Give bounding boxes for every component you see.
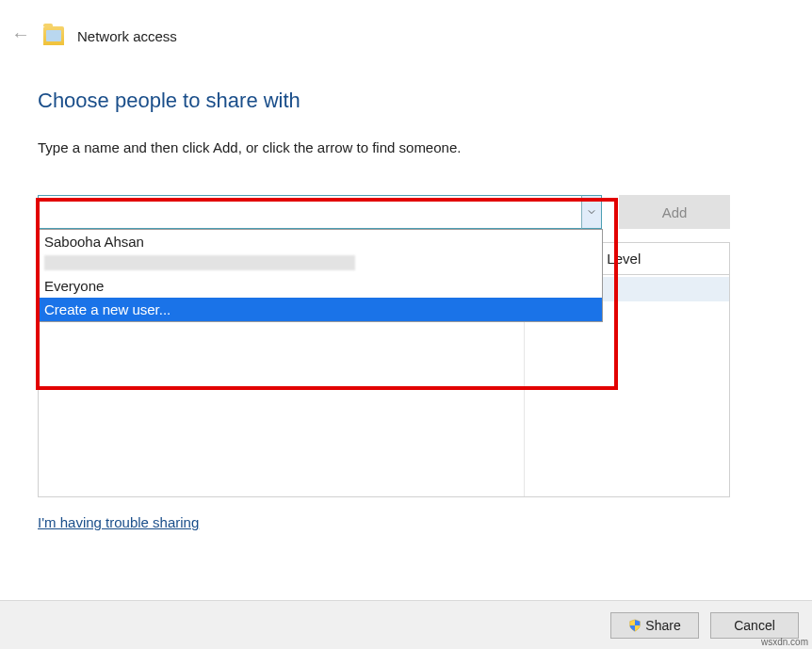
dropdown-item-user-email[interactable]	[39, 253, 602, 274]
share-button[interactable]: Share	[610, 612, 699, 639]
network-folder-icon	[43, 26, 64, 45]
dropdown-item-everyone[interactable]: Everyone	[39, 274, 602, 298]
dialog-footer: Share Cancel	[0, 600, 812, 649]
dropdown-item-user[interactable]: Sabooha Ahsan	[39, 230, 602, 253]
share-button-label: Share	[645, 618, 680, 633]
dropdown-item-label: Sabooha Ahsan	[44, 234, 144, 250]
watermark: wsxdn.com	[761, 637, 808, 647]
people-dropdown: Sabooha Ahsan Everyone Create a new user…	[38, 229, 603, 322]
add-people-row: Sabooha Ahsan Everyone Create a new user…	[38, 195, 730, 229]
add-button[interactable]: Add	[619, 195, 730, 229]
combo-dropdown-button[interactable]	[581, 195, 602, 229]
trouble-sharing-link[interactable]: I'm having trouble sharing	[38, 514, 199, 530]
dropdown-item-label: Create a new user...	[44, 301, 171, 317]
people-combo[interactable]: Sabooha Ahsan Everyone Create a new user…	[38, 195, 602, 229]
uac-shield-icon	[628, 619, 641, 632]
redacted-email	[44, 255, 355, 270]
dropdown-item-label: Everyone	[44, 278, 104, 294]
window-title: Network access	[77, 28, 177, 44]
page-heading: Choose people to share with	[38, 89, 774, 113]
dropdown-item-create-user[interactable]: Create a new user...	[39, 298, 602, 321]
instruction-text: Type a name and then click Add, or click…	[38, 139, 774, 155]
back-arrow-icon[interactable]: ←	[11, 24, 30, 43]
chevron-down-icon	[588, 209, 595, 215]
cancel-button[interactable]: Cancel	[710, 612, 799, 639]
people-input[interactable]	[38, 195, 602, 229]
header-bar: ← Network access	[0, 0, 812, 55]
